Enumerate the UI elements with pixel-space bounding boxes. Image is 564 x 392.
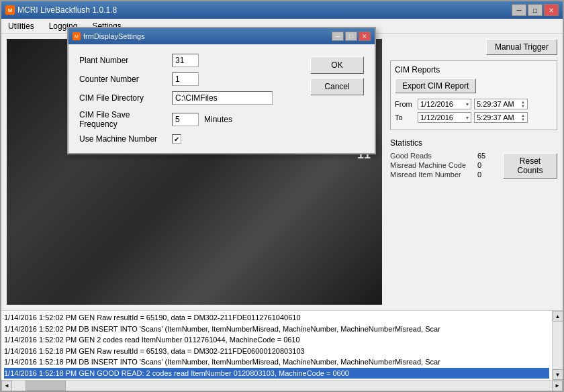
plant-number-label: Plant Number — [79, 56, 167, 65]
modal-maximize-icon: □ — [349, 33, 352, 40]
cim-save-freq-input[interactable] — [172, 113, 199, 126]
use-machine-number-row: Use Machine Number ✔ — [79, 134, 299, 144]
modal-controls: ─ □ ✕ — [332, 32, 371, 41]
modal-minimize-icon: ─ — [336, 33, 340, 40]
cim-file-directory-input[interactable] — [172, 91, 273, 105]
cim-save-freq-row: CIM File Save Frequency Minutes — [79, 110, 299, 129]
modal-icon: M — [73, 32, 81, 40]
modal-content: Plant Number Counter Number CIM File Dir… — [68, 44, 375, 153]
modal-buttons: OK Cancel — [310, 54, 364, 144]
modal-title-bar: M frmDisplaySettings ─ □ ✕ — [68, 28, 375, 44]
counter-number-label: Counter Number — [79, 75, 167, 84]
counter-number-row: Counter Number — [79, 72, 299, 86]
modal-maximize-button[interactable]: □ — [345, 32, 357, 41]
cancel-button[interactable]: Cancel — [310, 78, 364, 95]
modal-overlay: M frmDisplaySettings ─ □ ✕ — [0, 0, 564, 392]
plant-number-input[interactable] — [172, 54, 199, 67]
counter-number-input[interactable] — [172, 72, 199, 86]
cim-save-freq-unit: Minutes — [204, 115, 232, 124]
modal-dialog: M frmDisplaySettings ─ □ ✕ — [67, 27, 376, 154]
modal-title-left: M frmDisplaySettings — [73, 32, 145, 40]
modal-close-button[interactable]: ✕ — [359, 32, 371, 41]
plant-number-row: Plant Number — [79, 54, 299, 67]
main-window: M MCRI LiveBackflush 1.0.1.8 ─ □ ✕ Utili… — [0, 0, 564, 392]
modal-close-icon: ✕ — [362, 33, 367, 40]
checkbox-check-icon: ✔ — [174, 136, 179, 143]
cim-file-directory-row: CIM File Directory — [79, 91, 299, 105]
ok-button[interactable]: OK — [310, 56, 364, 74]
use-machine-number-label: Use Machine Number — [79, 134, 167, 144]
cim-save-freq-label: CIM File Save Frequency — [79, 110, 167, 129]
modal-title: frmDisplaySettings — [83, 32, 145, 40]
use-machine-number-checkbox[interactable]: ✔ — [172, 134, 181, 144]
modal-form: Plant Number Counter Number CIM File Dir… — [79, 54, 299, 144]
cim-file-directory-label: CIM File Directory — [79, 93, 167, 103]
modal-minimize-button[interactable]: ─ — [332, 32, 344, 41]
